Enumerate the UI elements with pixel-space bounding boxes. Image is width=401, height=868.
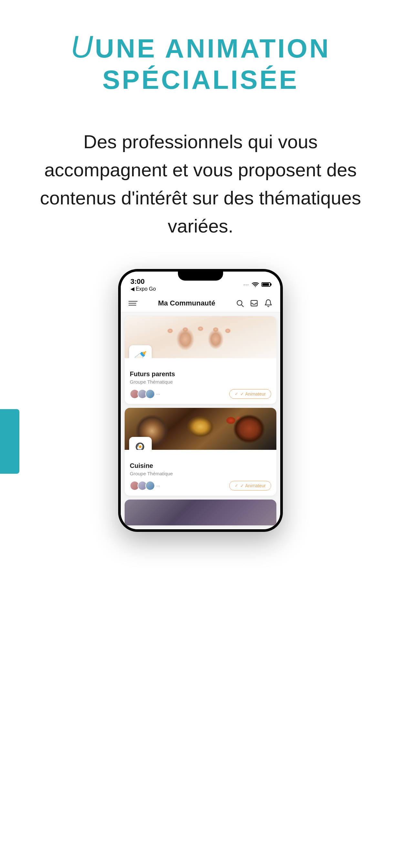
animateur-label-cuisine: ✓ Animateur: [240, 483, 266, 488]
card-body-cuisine: Cuisine Groupe Thématique ···: [125, 450, 276, 496]
avatars-row-futurs-parents: ···: [130, 389, 160, 399]
svg-point-1: [237, 300, 242, 305]
animateur-label: ✓ Animateur: [240, 392, 266, 397]
card-logo-futurs-parents: 🍼: [129, 345, 152, 358]
phone-mockup: 3:00 ◀ Expo Go ···: [118, 269, 283, 532]
card-title-futurs-parents: Futurs parents: [130, 370, 271, 378]
search-icon[interactable]: [236, 299, 244, 307]
card-cuisine[interactable]: 🍳 Cuisine Groupe Thématique: [125, 408, 276, 496]
signal-dots-icon: ···: [243, 282, 249, 287]
nav-bar: Ma Communauté: [121, 294, 280, 312]
check-icon: ✓: [235, 392, 238, 396]
status-icons: ···: [243, 282, 271, 287]
avatar-c3: [145, 481, 155, 491]
card-peek-image: [125, 500, 276, 525]
title-line1: Une animation: [95, 34, 330, 63]
card-body-futurs-parents: Futurs parents Groupe Thématique ···: [125, 358, 276, 404]
battery-icon: [261, 282, 271, 287]
card-image-food: 🍳: [125, 408, 276, 450]
back-button[interactable]: ◀ Expo Go: [130, 286, 156, 292]
header-section: UUne animation spécialisée: [0, 0, 401, 108]
futurs-parents-logo-emoji: 🍼: [134, 350, 147, 358]
avatars-row-cuisine: ···: [130, 481, 160, 491]
avatar-3: [145, 389, 155, 399]
avatar-dots-cuisine: ···: [156, 483, 160, 488]
main-title: UUne animation spécialisée: [26, 29, 375, 95]
inbox-icon[interactable]: [250, 299, 258, 307]
page-wrapper: UUne animation spécialisée Des professio…: [0, 0, 401, 532]
card-image-baby: 🍼: [125, 316, 276, 358]
phone-section: 3:00 ◀ Expo Go ···: [0, 262, 401, 532]
nav-icons: [236, 299, 273, 307]
phone-notch: [178, 269, 223, 281]
wifi-icon: [252, 282, 259, 287]
description-text: Des professionnels qui vous accompagnent…: [32, 128, 369, 240]
check-icon-cuisine: ✓: [235, 483, 238, 488]
animateur-badge-cuisine[interactable]: ✓ ✓ Animateur: [229, 481, 271, 491]
card-subtitle-futurs-parents: Groupe Thématique: [130, 379, 271, 384]
card-futurs-parents[interactable]: 🍼 Futurs parents Groupe Thématique: [125, 316, 276, 404]
menu-icon[interactable]: [128, 301, 137, 306]
svg-point-0: [255, 286, 256, 287]
card-peek: [125, 500, 276, 525]
svg-line-2: [242, 305, 243, 306]
title-line2: spécialisée: [102, 65, 299, 94]
title-first-char: U: [71, 29, 95, 64]
status-time: 3:00: [130, 277, 145, 286]
bell-icon[interactable]: [264, 299, 273, 307]
phone-inner: 3:00 ◀ Expo Go ···: [121, 272, 280, 529]
description-section: Des professionnels qui vous accompagnent…: [0, 108, 401, 262]
avatar-dots: ···: [156, 392, 160, 397]
card-title-cuisine: Cuisine: [130, 462, 271, 469]
card-footer-cuisine: ··· ✓ ✓ Animateur: [130, 481, 271, 491]
animateur-badge-futurs-parents[interactable]: ✓ ✓ Animateur: [229, 389, 271, 399]
nav-title: Ma Communauté: [158, 299, 215, 307]
card-logo-cuisine: 🍳: [129, 437, 152, 450]
content-area: 🍼 Futurs parents Groupe Thématique: [121, 312, 280, 529]
card-subtitle-cuisine: Groupe Thématique: [130, 471, 271, 476]
card-footer-futurs-parents: ··· ✓ ✓ Animateur: [130, 389, 271, 399]
cuisine-logo-emoji: 🍳: [134, 442, 147, 450]
teal-accent-bar: [0, 409, 19, 474]
